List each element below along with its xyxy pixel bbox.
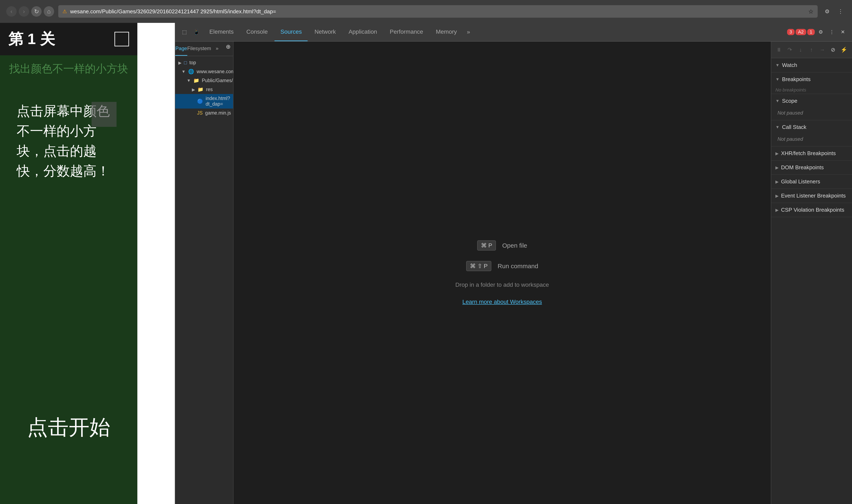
- extensions-button[interactable]: ⚙: [822, 6, 832, 17]
- deactivate-breakpoints-button[interactable]: ⊘: [829, 45, 838, 54]
- run-command-row: ⌘ ⇧ P Run command: [466, 261, 538, 271]
- expand-icon: ▶: [192, 87, 195, 92]
- sources-editor: ⌘ P Open file ⌘ ⇧ P Run command Drop in …: [233, 41, 771, 504]
- expand-icon: ▶: [178, 60, 181, 65]
- sidebar-tab-filesystem[interactable]: Filesystem: [187, 41, 211, 56]
- sidebar-add-button[interactable]: ⊕: [223, 41, 233, 52]
- xhr-breakpoints-header[interactable]: ▶ XHR/fetch Breakpoints: [771, 146, 852, 160]
- open-file-shortcut: ⌘ P: [477, 240, 496, 251]
- breakpoints-header[interactable]: ▼ Breakpoints: [771, 72, 852, 86]
- drop-folder-text: Drop in a folder to add to workspace: [455, 282, 549, 288]
- devtools-settings-button[interactable]: ⚙: [816, 27, 826, 37]
- file-tree-index-html[interactable]: 🔵 index.html?dt_dap=: [175, 94, 233, 109]
- workspace-link[interactable]: Learn more about Workspaces: [463, 299, 542, 305]
- file-tree-wesane[interactable]: ▼ 🌐 www.wesane.com: [175, 67, 233, 76]
- step-into-button[interactable]: ↓: [796, 45, 805, 54]
- tab-more-button[interactable]: »: [464, 29, 473, 35]
- breakpoints-section: ▼ Breakpoints No breakpoints: [771, 72, 852, 94]
- devtools-panel: ⬚ 📱 Elements Console Sources Network App…: [175, 23, 852, 504]
- file-tree-game-js[interactable]: JS game.min.js: [175, 109, 233, 118]
- tab-elements[interactable]: Elements: [204, 23, 240, 41]
- watch-section: ▼ Watch: [771, 58, 852, 72]
- expand-icon: ▼: [181, 69, 186, 74]
- scope-not-paused: Not paused: [771, 108, 852, 120]
- devtools-close-button[interactable]: ✕: [838, 27, 848, 37]
- xhr-arrow: ▶: [776, 151, 779, 156]
- pause-exceptions-button[interactable]: ⚡: [839, 45, 849, 54]
- devtools-right-actions: 3 A2 1 ⚙ ⋮ ✕: [787, 27, 848, 37]
- tab-memory[interactable]: Memory: [430, 23, 463, 41]
- call-stack-header[interactable]: ▼ Call Stack: [771, 120, 852, 134]
- open-file-row: ⌘ P Open file: [477, 240, 527, 251]
- call-stack-section: ▼ Call Stack Not paused: [771, 120, 852, 146]
- tab-performance[interactable]: Performance: [384, 23, 429, 41]
- csp-breakpoints-label: CSP Violation Breakpoints: [781, 207, 844, 213]
- event-listener-breakpoints-section: ▶ Event Listener Breakpoints: [771, 189, 852, 203]
- open-file-area: ⌘ P Open file ⌘ ⇧ P Run command Drop in …: [455, 240, 549, 305]
- error-badge: 3: [787, 29, 795, 35]
- call-stack-arrow: ▼: [776, 125, 780, 129]
- browser-chrome: ‹ › ↻ ⌂ ⚠ wesane.com/Public/Games/326029…: [0, 0, 852, 23]
- debugger-toolbar: ⏸ ↷ ↓ ↑ → ⊘ ⚡: [771, 41, 852, 58]
- game-instruction: 点击屏幕中颜色不一样的小方 块，点击的越快，分数越高！: [0, 89, 137, 193]
- file-tree-games[interactable]: ▼ 📁 Public/Games/326029/201...: [175, 76, 233, 85]
- security-icon: ⚠: [63, 8, 67, 14]
- no-breakpoints-text: No breakpoints: [771, 86, 852, 94]
- dom-breakpoints-label: DOM Breakpoints: [781, 164, 824, 171]
- game-title: 第 1 关: [8, 29, 55, 49]
- tab-application[interactable]: Application: [343, 23, 383, 41]
- xhr-breakpoints-label: XHR/fetch Breakpoints: [781, 150, 836, 157]
- address-bar[interactable]: ⚠ wesane.com/Public/Games/326029/2016022…: [58, 5, 818, 18]
- nav-buttons: ‹ › ↻ ⌂: [6, 6, 54, 17]
- watch-header[interactable]: ▼ Watch: [771, 58, 852, 72]
- watch-arrow: ▼: [776, 63, 780, 68]
- global-listeners-label: Global Listeners: [781, 178, 820, 185]
- devtools-inspect-button[interactable]: ⬚: [179, 27, 189, 37]
- event-listener-breakpoints-header[interactable]: ▶ Event Listener Breakpoints: [771, 189, 852, 203]
- file-tree-res[interactable]: ▶ 📁 res: [175, 85, 233, 94]
- file-icon: 🔵: [197, 98, 203, 104]
- pause-button[interactable]: ⏸: [775, 45, 784, 54]
- sidebar-tab-page[interactable]: Page: [175, 41, 187, 56]
- home-button[interactable]: ⌂: [44, 6, 54, 17]
- back-button[interactable]: ‹: [6, 6, 17, 17]
- step-out-button[interactable]: ↑: [807, 45, 816, 54]
- scope-header[interactable]: ▼ Scope: [771, 94, 852, 108]
- tab-network[interactable]: Network: [309, 23, 342, 41]
- global-listeners-header[interactable]: ▶ Global Listeners: [771, 175, 852, 188]
- menu-button[interactable]: ⋮: [835, 6, 846, 17]
- game-square-button[interactable]: [115, 32, 129, 47]
- star-icon[interactable]: ☆: [808, 8, 814, 15]
- csp-arrow: ▶: [776, 208, 779, 213]
- game-start-button[interactable]: 点击开始: [0, 414, 137, 442]
- file-tree-top[interactable]: ▶ □ top: [175, 58, 233, 67]
- global-listeners-section: ▶ Global Listeners: [771, 175, 852, 189]
- file-tree: ▶ □ top ▼ 🌐 www.wesane.com ▼ 📁 Publi: [175, 56, 233, 504]
- info-badge: 1: [807, 29, 815, 35]
- dom-breakpoints-header[interactable]: ▶ DOM Breakpoints: [771, 161, 852, 175]
- sidebar-tab-more[interactable]: »: [211, 41, 223, 56]
- devtools-tabs: Elements Console Sources Network Applica…: [204, 23, 785, 41]
- refresh-button[interactable]: ↻: [31, 6, 41, 17]
- step-button[interactable]: →: [818, 45, 827, 54]
- game-sample-block: [91, 102, 117, 127]
- warning-badge: A2: [796, 29, 806, 35]
- breakpoints-arrow: ▼: [776, 77, 780, 82]
- game-content[interactable]: 第 1 关 找出颜色不一样的小方块 点击屏幕中颜色不一样的小方 块，点击的越快，…: [0, 23, 137, 504]
- tab-sources[interactable]: Sources: [275, 23, 308, 41]
- expand-icon: ▼: [187, 78, 191, 83]
- folder-icon: 🌐: [188, 69, 194, 74]
- browser-actions: ⚙ ⋮: [822, 6, 846, 17]
- devtools-device-button[interactable]: 📱: [191, 27, 202, 37]
- step-over-button[interactable]: ↷: [785, 45, 794, 54]
- run-command-label: Run command: [498, 263, 538, 270]
- csp-breakpoints-header[interactable]: ▶ CSP Violation Breakpoints: [771, 203, 852, 217]
- devtools-more-button[interactable]: ⋮: [827, 27, 837, 37]
- csp-breakpoints-section: ▶ CSP Violation Breakpoints: [771, 203, 852, 217]
- global-arrow: ▶: [776, 179, 779, 184]
- devtools-body: Page Filesystem » ⊕ ▶ □ top: [175, 41, 852, 504]
- run-command-shortcut: ⌘ ⇧ P: [466, 261, 491, 271]
- forward-button[interactable]: ›: [19, 6, 29, 17]
- tab-console[interactable]: Console: [241, 23, 274, 41]
- white-space: [137, 23, 175, 504]
